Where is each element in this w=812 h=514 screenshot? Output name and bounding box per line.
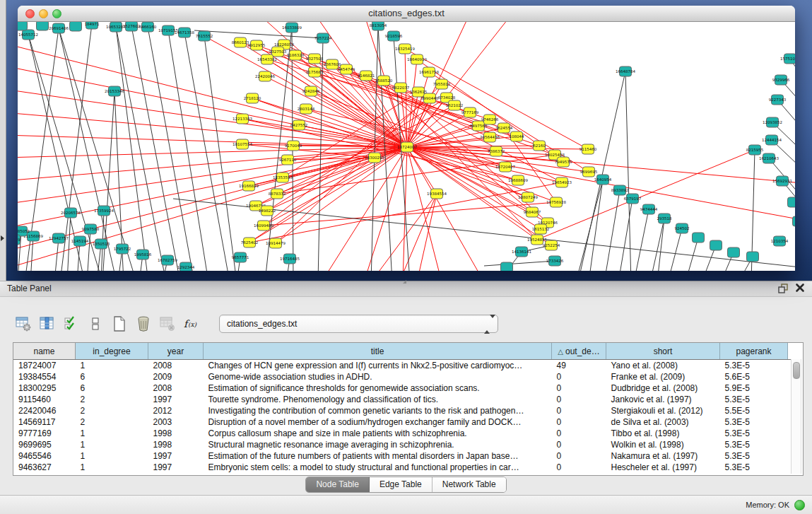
graph-node-label: 16543382 — [257, 57, 277, 62]
memory-status-dot[interactable] — [794, 500, 805, 510]
graph-node[interactable] — [728, 247, 740, 257]
graph-node-label: 9684067 — [524, 210, 541, 214]
graph-node-label: 9657771 — [232, 255, 249, 259]
memory-status-label: Memory: OK — [746, 501, 789, 509]
column-header-short[interactable]: short — [606, 343, 720, 360]
graph-node-label: 924502 — [675, 226, 690, 230]
function-builder-icon[interactable]: f (x) — [182, 315, 201, 333]
table-scrollbar-thumb[interactable] — [793, 362, 800, 379]
network-canvas-svg[interactable]: 1872400786601238912955182260589327503165… — [18, 22, 795, 271]
close-panel-icon[interactable] — [794, 283, 806, 295]
graph-node-label: 9746266 — [481, 117, 499, 122]
table-cell: 0 — [552, 450, 606, 462]
table-row[interactable]: 946554611997Estimation of the future num… — [13, 450, 792, 462]
column-header-name[interactable]: name — [13, 343, 76, 360]
column-header-out_de[interactable]: △out_de… — [552, 343, 606, 360]
graph-node-label: 1615132 — [532, 227, 550, 231]
delete-trash-icon[interactable] — [134, 315, 153, 333]
column-header-title[interactable]: title — [204, 343, 552, 360]
select-rows-icon[interactable] — [62, 315, 81, 333]
row-height-icon[interactable] — [86, 315, 105, 333]
table-cell: 2 — [76, 416, 148, 428]
table-cell: Disruption of a novel member of a sodium… — [204, 416, 552, 428]
status-bar: Memory: OK — [0, 495, 812, 514]
graph-node-label: 1145194 — [71, 239, 89, 243]
graph-node-label: 20691406 — [49, 26, 69, 30]
graph-node[interactable] — [18, 22, 28, 30]
column-header-pagerank[interactable]: pagerank — [720, 343, 788, 360]
graph-node[interactable] — [788, 197, 796, 207]
table-settings-icon[interactable] — [14, 315, 33, 333]
tab-node-table[interactable]: Node Table — [306, 477, 370, 492]
graph-node-label: 62160 — [533, 144, 546, 148]
panel-splitter-handle[interactable] — [403, 280, 406, 284]
tab-edge-table[interactable]: Edge Table — [370, 477, 433, 492]
graph-node-label: 7857224 — [314, 36, 332, 40]
graph-node-label: 8822037 — [392, 86, 410, 90]
svg-text:(x): (x) — [188, 321, 197, 328]
graph-node-label: 7949575 — [555, 160, 572, 164]
zoom-window-button[interactable] — [52, 9, 61, 18]
graph-node-label: 12444154 — [762, 138, 782, 142]
graph-node-label: 16720407 — [495, 165, 515, 169]
graph-node-label: 1292344 — [177, 265, 195, 269]
graph-node-label: 12213383 — [233, 117, 252, 121]
graph-node-label: 8660123 — [232, 40, 249, 45]
graph-node-label: 9252254 — [543, 243, 560, 247]
column-header-year[interactable]: year — [148, 343, 204, 360]
table-cell: 0 — [552, 428, 606, 439]
table-row[interactable]: 1938455462009Genome-wide association stu… — [13, 371, 792, 382]
table-cell: Hescheler et al. (1997) — [606, 462, 720, 473]
table-cell: 1 — [76, 360, 148, 372]
graph-node[interactable] — [710, 240, 722, 250]
table-row[interactable]: 2242004622012Investigating the contribut… — [13, 405, 792, 416]
graph-node-label: 7615552 — [196, 34, 213, 38]
close-window-button[interactable] — [25, 9, 35, 18]
graph-node-label: 1995816 — [134, 252, 152, 257]
graph-node[interactable] — [747, 252, 759, 262]
graph-node[interactable] — [37, 22, 49, 30]
graph-node-label: 9699695 — [580, 170, 598, 174]
table-row[interactable]: 1456911722003Disruption of a novel membe… — [13, 416, 792, 428]
graph-node-label: 8933892 — [611, 188, 629, 192]
graph-node-label: 9218596 — [385, 34, 403, 38]
float-panel-icon[interactable] — [777, 283, 789, 295]
column-header-in_degree[interactable]: in_degree — [76, 343, 148, 360]
table-row[interactable]: 969969511998Structural magnetic resonanc… — [13, 439, 792, 450]
table-row[interactable]: 911546021997Tourette syndrome. Phenomeno… — [13, 394, 792, 405]
delete-table-icon[interactable] — [158, 315, 177, 333]
graph-node[interactable] — [693, 233, 705, 243]
table-cell: 1 — [76, 439, 148, 450]
table-row[interactable]: 977716911998Corpus callosum shape and si… — [13, 428, 792, 439]
table-cell: 1997 — [148, 462, 204, 473]
tab-network-table[interactable]: Network Table — [433, 477, 506, 492]
graph-node-label: 9327508 — [306, 57, 324, 61]
table-row[interactable]: 1830029562008Estimation of significance … — [13, 382, 792, 394]
graph-node[interactable] — [70, 22, 82, 31]
table-column-icon[interactable] — [38, 315, 57, 333]
table-cell: 5.3E-5 — [720, 394, 788, 405]
minimize-window-button[interactable] — [39, 9, 48, 18]
network-window-titlebar[interactable]: citations_edges.txt — [18, 6, 795, 22]
graph-edge — [249, 158, 375, 186]
table-cell: 1998 — [148, 428, 204, 439]
table-cell: 1997 — [148, 394, 204, 405]
graph-node[interactable] — [501, 262, 513, 271]
table-cell: 9777169 — [13, 428, 76, 439]
graph-node-label: 9146821 — [358, 74, 375, 78]
graph-node-label: 12942757 — [49, 236, 69, 240]
table-row[interactable]: 1872400712008Changes of HCN gene express… — [13, 360, 792, 372]
table-cell: 2012 — [148, 405, 204, 416]
network-selector-dropdown[interactable]: citations_edges.txt — [219, 315, 498, 333]
graph-node-label: 15692931 — [772, 179, 792, 183]
table-row[interactable]: 946362711997Embryonic stem cells: a mode… — [13, 462, 792, 473]
new-document-icon[interactable] — [110, 315, 129, 333]
table-cell: 0 — [552, 416, 606, 428]
graph-node[interactable] — [793, 216, 796, 226]
table-cell: Genome-wide association studies in ADHD. — [204, 371, 552, 382]
collapse-arrow-icon[interactable] — [1, 235, 4, 241]
network-canvas[interactable]: 1872400786601238912955182260589327503165… — [18, 22, 795, 271]
sort-ascending-icon: △ — [558, 348, 563, 356]
table-scrollbar[interactable] — [791, 359, 801, 474]
table-cell: Estimation of the future numbers of pati… — [204, 450, 552, 462]
